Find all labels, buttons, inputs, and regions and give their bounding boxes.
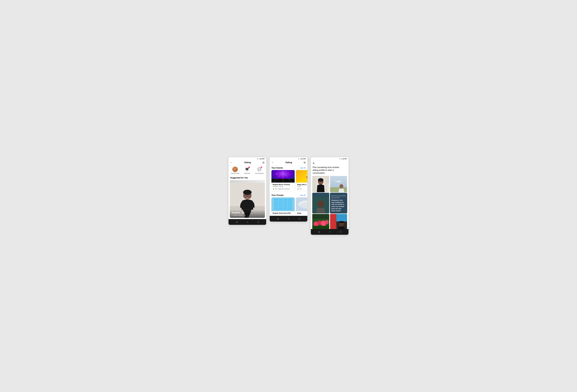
- event-date-2: Tuesd: [297, 186, 307, 187]
- photo-cell-1[interactable]: [312, 176, 329, 192]
- photo-cell-2[interactable]: [330, 176, 347, 192]
- status-icons-1: ▼ ▲ ▮ 2:04: [257, 158, 264, 160]
- group-card-1[interactable]: Bogotá University 2010: [271, 197, 295, 215]
- event-matches-2: 🔒 30+: [297, 188, 307, 190]
- event-name-2: Bogo lake p: [297, 184, 307, 186]
- tab-interested[interactable]: 🖤 Interested: [244, 166, 250, 174]
- groups-section: Your Groups See All: [270, 192, 307, 216]
- groups-title: Your Groups: [271, 194, 284, 196]
- svg-point-17: [279, 176, 279, 177]
- tab-conversations[interactable]: 💬 3 Conversations: [255, 166, 264, 174]
- nav-home-1[interactable]: ○: [247, 221, 248, 223]
- nav-tabs-1: Dating Profile 🖤 Interested 💬 3 Conversa…: [228, 165, 266, 175]
- svg-point-43: [340, 184, 343, 188]
- groups-scroll: Bogotá University 2010 Bogo: [270, 197, 307, 215]
- lock-icon-2: 🔒: [297, 188, 299, 190]
- group-name-2: Bogo: [296, 211, 307, 215]
- nav-back-2[interactable]: ◁: [277, 217, 279, 220]
- photo-cell-5[interactable]: [312, 214, 329, 229]
- event-card-1[interactable]: Bogotá Music Festival Saturday, Sep 20 🔒…: [271, 170, 295, 191]
- chat-icon: 💬: [258, 168, 261, 171]
- groups-header: Your Groups See All: [270, 193, 307, 197]
- status-icons-3: ▼ ▲ ▮ 2:04: [339, 158, 347, 160]
- svg-point-18: [286, 175, 287, 176]
- battery-icon-2: ▮: [302, 158, 302, 160]
- nav-square-2[interactable]: □: [299, 217, 300, 220]
- wifi-icon-2: ▲: [300, 158, 301, 160]
- nav-back-1[interactable]: ◁: [236, 221, 237, 223]
- svg-point-51: [325, 220, 329, 224]
- profile-mutual: 3 mutual friends: [232, 214, 263, 216]
- status-time: 2:04: [262, 158, 264, 160]
- signal-icon-2: ▼: [298, 158, 299, 160]
- filter-icon-2[interactable]: ⊟: [304, 161, 306, 164]
- svg-rect-60: [339, 222, 344, 223]
- app-header-2: ← Dating ⊟: [270, 160, 307, 165]
- nav-home-2[interactable]: ○: [288, 217, 289, 220]
- filter-icon-1[interactable]: ⊟: [262, 161, 264, 164]
- photo-6-svg: [330, 214, 347, 229]
- event-img-2: 🍟: [296, 170, 307, 183]
- signal-icon: ▼: [257, 158, 258, 160]
- phone-2-content: Your Events See All: [270, 165, 307, 216]
- wifi-icon-3: ▲: [341, 158, 342, 160]
- event-card-body-1: Bogotá Music Festival Saturday, Sep 20 🔒…: [271, 183, 295, 191]
- profile-card[interactable]: Andrés, 29 3 mutual friends: [230, 180, 265, 218]
- see-all-events[interactable]: See All: [300, 167, 306, 169]
- photo-grid: What does your perfect day look like? Sl…: [311, 176, 349, 229]
- status-time-3: 2:04: [344, 158, 347, 160]
- nav-home-3[interactable]: ○: [329, 230, 330, 233]
- clouds-svg: [296, 197, 307, 211]
- group-card-2[interactable]: Bogo: [296, 197, 307, 215]
- page-title-1: Dating: [244, 161, 251, 164]
- svg-point-34: [318, 178, 324, 182]
- interested-badge: [248, 166, 250, 168]
- photo-cell-3[interactable]: [312, 193, 329, 213]
- svg-point-14: [276, 173, 277, 174]
- svg-rect-35: [327, 183, 329, 192]
- events-title: Your Events: [271, 167, 283, 169]
- phones-container: ▼ ▲ ▮ 2:04 ← Dating ⊟ Dating Profile: [228, 157, 349, 235]
- svg-point-42: [341, 180, 343, 182]
- profile-avatar: [232, 166, 238, 172]
- photo-3-svg: [312, 193, 329, 213]
- dating-profile-label: Dating Profile: [231, 172, 239, 174]
- event-card-2[interactable]: 🍟 Bogo lake p Tuesd 🔒 30+: [296, 170, 307, 191]
- status-bar-3: ▼ ▲ ▮ 2:04: [311, 157, 349, 160]
- concert-svg: [271, 170, 295, 183]
- bottom-nav-3: ◁ ○ □: [311, 229, 349, 235]
- battery-icon-3: ▮: [343, 158, 343, 160]
- event-card-body-2: Bogo lake p Tuesd 🔒 30+: [296, 183, 307, 191]
- phone-1: ▼ ▲ ▮ 2:04 ← Dating ⊟ Dating Profile: [228, 157, 266, 225]
- close-button[interactable]: ✕: [313, 162, 315, 165]
- concert-image: [271, 170, 295, 183]
- group-img-2: [296, 197, 307, 211]
- svg-rect-38: [336, 181, 341, 182]
- svg-rect-53: [312, 214, 329, 219]
- conversations-icon-container: 💬 3: [257, 166, 262, 172]
- photo-cell-6[interactable]: [330, 214, 347, 229]
- nav-square-3[interactable]: □: [340, 230, 341, 233]
- nav-square-1[interactable]: □: [258, 221, 259, 223]
- status-time-2: 2:04: [303, 158, 306, 160]
- svg-rect-55: [330, 214, 336, 229]
- photo-2-svg: [330, 176, 347, 192]
- events-scroll: Bogotá Music Festival Saturday, Sep 20 🔒…: [270, 170, 307, 192]
- wifi-icon: ▲: [259, 158, 260, 160]
- phone-3-content: What does your perfect day look like? Sl…: [311, 176, 349, 229]
- tab-dating-profile[interactable]: Dating Profile: [231, 166, 239, 174]
- suggested-title: Suggested for You: [228, 175, 266, 180]
- back-button-2[interactable]: ←: [271, 161, 274, 164]
- event-img-1: [271, 170, 295, 183]
- photo-answer: Sleeping in late, then heading out with …: [331, 199, 346, 212]
- building-svg: [271, 197, 295, 211]
- photo-cell-4-dark[interactable]: What does your perfect day look like? Sl…: [330, 193, 347, 213]
- photo-question: What does your perfect day look like?: [331, 195, 346, 198]
- dating-profile-icon: [232, 166, 238, 172]
- photo-1-svg: [312, 176, 329, 192]
- event-name-1: Bogotá Music Festival: [273, 184, 293, 186]
- see-all-groups[interactable]: See All: [300, 194, 306, 196]
- nav-back-3[interactable]: ◁: [318, 230, 320, 233]
- svg-rect-56: [336, 214, 347, 222]
- back-button-1[interactable]: ←: [230, 161, 233, 164]
